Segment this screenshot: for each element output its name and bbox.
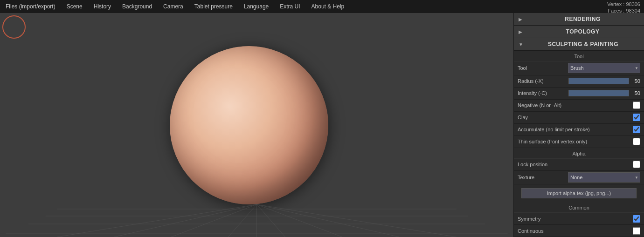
import-alpha-button[interactable]: Import alpha tex (jpg, png...) — [521, 188, 637, 198]
viewport[interactable] — [0, 13, 513, 237]
menu-files[interactable]: Files (import/export) — [0, 1, 61, 12]
accumulate-control — [633, 126, 640, 133]
clay-row: Clay — [514, 112, 644, 124]
svg-line-9 — [257, 204, 285, 237]
svg-line-10 — [257, 204, 343, 237]
menu-language[interactable]: Language — [238, 1, 274, 12]
intensity-label: Intensity (-C) — [518, 90, 568, 96]
thin-surface-control — [633, 138, 640, 145]
clay-control — [633, 114, 640, 121]
symmetry-control — [633, 215, 640, 223]
texture-row: Texture None Custom — [514, 171, 644, 185]
texture-control: None Custom — [568, 172, 640, 183]
section-rendering[interactable]: ▶ RENDERING — [514, 13, 644, 26]
menu-extra-ui[interactable]: Extra UI — [274, 1, 305, 12]
radius-slider-wrapper: 50 — [568, 78, 640, 84]
tool-select[interactable]: Brush Flatten Inflate Move Smooth — [568, 63, 640, 73]
toolbar-circle — [2, 15, 26, 39]
section-topology[interactable]: ▶ TOPOLOGY — [514, 26, 644, 38]
grid-floor — [0, 200, 513, 237]
thin-surface-label: Thin surface (front vertex only) — [518, 139, 633, 144]
tool-select-wrapper: Brush Flatten Inflate Move Smooth — [568, 63, 640, 73]
symmetry-row: Symmetry — [514, 213, 644, 225]
radius-slider[interactable] — [568, 78, 629, 84]
lock-position-control — [633, 161, 640, 168]
radius-label: Radius (-X) — [518, 78, 568, 84]
stats-display: Vertex : 98306 Faces : 98304 — [607, 0, 640, 14]
tool-row: Tool Brush Flatten Inflate Move Smooth — [514, 61, 644, 75]
continuous-checkbox[interactable] — [633, 227, 640, 235]
lock-position-checkbox[interactable] — [633, 161, 640, 168]
clay-label: Clay — [518, 115, 633, 120]
svg-line-5 — [114, 204, 257, 237]
svg-line-7 — [228, 204, 256, 237]
negative-control — [633, 102, 640, 109]
tool-section-label: Tool — [514, 51, 644, 61]
negative-label: Negative (N or -Alt) — [518, 102, 633, 108]
right-panel: ▶ RENDERING ▶ TOPOLOGY ▼ SCULPTING & PAI… — [513, 13, 644, 237]
negative-row: Negative (N or -Alt) — [514, 100, 644, 112]
menu-scene[interactable]: Scene — [61, 1, 88, 12]
texture-label: Texture — [518, 175, 568, 180]
texture-select[interactable]: None Custom — [568, 172, 640, 183]
continuous-control — [633, 227, 640, 235]
thin-surface-row: Thin surface (front vertex only) — [514, 136, 644, 148]
intensity-slider[interactable] — [568, 90, 629, 96]
symmetry-checkbox[interactable] — [633, 215, 640, 223]
clay-checkbox[interactable] — [633, 114, 640, 121]
thin-surface-checkbox[interactable] — [633, 138, 640, 145]
accumulate-label: Accumulate (no limit per stroke) — [518, 127, 633, 132]
continuous-row: Continuous — [514, 225, 644, 237]
menubar: Files (import/export) Scene History Back… — [0, 0, 644, 13]
symmetry-label: Symmetry — [518, 216, 633, 222]
svg-line-6 — [171, 204, 257, 237]
tool-label: Tool — [518, 65, 568, 71]
menu-background[interactable]: Background — [117, 1, 158, 12]
texture-select-wrapper: None Custom — [568, 172, 640, 183]
3d-sphere — [170, 46, 328, 204]
intensity-row: Intensity (-C) 50 — [514, 88, 644, 100]
section-sculpting[interactable]: ▼ SCULPTING & PAINTING — [514, 38, 644, 51]
sculpting-arrow: ▼ — [519, 42, 523, 47]
intensity-value: 50 — [631, 90, 640, 96]
intensity-slider-wrapper: 50 — [568, 90, 640, 96]
main-area: ▶ RENDERING ▶ TOPOLOGY ▼ SCULPTING & PAI… — [0, 13, 644, 237]
rendering-title: RENDERING — [526, 16, 639, 22]
faces-count: Faces : 98304 — [607, 7, 640, 14]
topology-title: TOPOLOGY — [526, 28, 639, 35]
sphere-container — [170, 46, 328, 204]
tool-control: Brush Flatten Inflate Move Smooth — [568, 63, 640, 73]
common-section-label: Common — [514, 202, 644, 213]
menu-about[interactable]: About & Help — [306, 1, 350, 12]
svg-line-4 — [57, 204, 256, 237]
accumulate-row: Accumulate (no limit per stroke) — [514, 124, 644, 136]
menu-camera[interactable]: Camera — [158, 1, 189, 12]
svg-line-12 — [257, 204, 457, 237]
radius-row: Radius (-X) 50 — [514, 75, 644, 88]
accumulate-checkbox[interactable] — [633, 126, 640, 133]
continuous-label: Continuous — [518, 228, 633, 234]
alpha-section-label: Alpha — [514, 148, 644, 159]
menu-tablet-pressure[interactable]: Tablet pressure — [189, 1, 238, 12]
radius-value: 50 — [631, 78, 640, 84]
lock-position-row: Lock position — [514, 159, 644, 171]
svg-line-11 — [257, 204, 400, 237]
rendering-arrow: ▶ — [519, 17, 522, 22]
topology-arrow: ▶ — [519, 29, 522, 34]
vertex-count: Vertex : 98306 — [607, 1, 640, 7]
negative-checkbox[interactable] — [633, 102, 640, 109]
import-alpha-row: Import alpha tex (jpg, png...) — [514, 184, 644, 202]
menu-history[interactable]: History — [88, 1, 117, 12]
sculpting-title: SCULPTING & PAINTING — [527, 41, 639, 47]
lock-position-label: Lock position — [518, 162, 633, 167]
